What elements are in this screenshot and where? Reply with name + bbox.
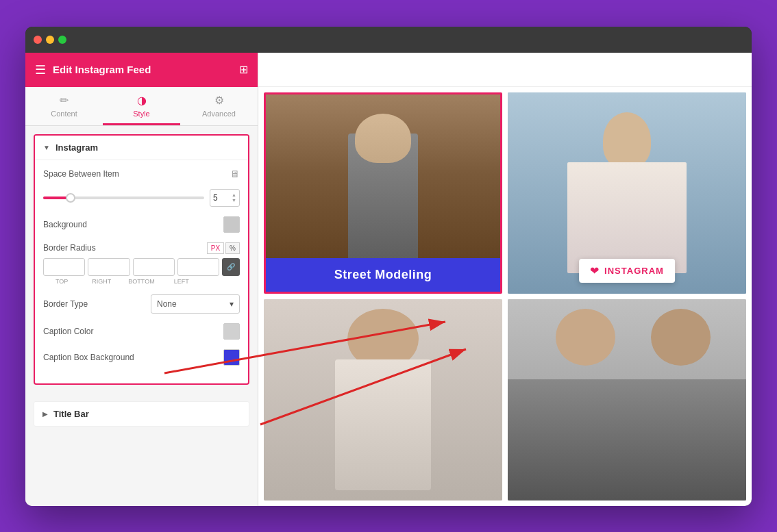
space-between-row: Space Between Item 🖥 — [43, 168, 240, 179]
slider-track[interactable] — [43, 197, 204, 199]
style-icon: ◑ — [137, 94, 147, 107]
content-icon: ✏ — [60, 94, 69, 107]
caption-text: Street Modeling — [334, 268, 432, 281]
border-type-select[interactable]: None ▾ — [151, 294, 240, 314]
background-color-swatch[interactable] — [223, 216, 240, 233]
border-radius-section: Border Radius PX % — [43, 242, 240, 285]
title-bar-section: ▶ Title Bar — [25, 393, 258, 435]
instagram-section-body: Space Between Item 🖥 5 — [35, 160, 248, 383]
link-icon: 🔗 — [227, 263, 235, 270]
slider-row: 5 ▲ ▼ — [43, 189, 240, 207]
left-label: LEFT — [163, 278, 200, 285]
traffic-lights — [34, 36, 66, 44]
spinner-up[interactable]: ▲ — [232, 192, 236, 197]
border-top-input[interactable] — [43, 258, 85, 276]
main-toolbar — [258, 53, 752, 87]
border-right-input[interactable] — [88, 258, 130, 276]
tab-style-label: Style — [133, 110, 149, 118]
border-type-value: None — [157, 299, 177, 309]
slider-fill — [43, 197, 67, 199]
border-inputs: 🔗 — [43, 258, 240, 276]
px-button[interactable]: PX — [207, 242, 224, 254]
photo-cell-4 — [508, 299, 746, 501]
instagram-label: INSTAGRAM — [604, 266, 664, 276]
border-type-label: Border Type — [43, 299, 151, 309]
sidebar-title: Edit Instagram Feed — [53, 64, 232, 75]
percent-button[interactable]: % — [225, 242, 240, 254]
maximize-button[interactable] — [58, 36, 66, 44]
caption-color-swatch[interactable] — [223, 323, 240, 340]
spinner-down[interactable]: ▼ — [232, 198, 236, 203]
title-bar-item[interactable]: ▶ Title Bar — [34, 401, 249, 427]
space-value-input[interactable]: 5 ▲ ▼ — [210, 189, 240, 207]
app-window: ☰ Edit Instagram Feed ⊞ ✏ Content ◑ Styl… — [25, 27, 752, 506]
photo-grid: Street Modeling ❤ INSTAGRAM — [258, 87, 752, 506]
sidebar-header: ☰ Edit Instagram Feed ⊞ — [25, 53, 258, 87]
sidebar: ☰ Edit Instagram Feed ⊞ ✏ Content ◑ Styl… — [25, 53, 258, 506]
chevron-right-icon: ▶ — [42, 410, 48, 418]
chevron-down-icon: ▼ — [43, 144, 50, 151]
tab-content-label: Content — [51, 110, 77, 118]
photo-cell-3 — [264, 299, 502, 501]
space-between-label: Space Between Item — [43, 169, 230, 179]
caption-overlay: Street Modeling — [266, 258, 500, 292]
caption-color-row: Caption Color — [43, 323, 240, 340]
close-button[interactable] — [34, 36, 42, 44]
border-radius-header: Border Radius PX % — [43, 242, 240, 254]
border-left-input[interactable] — [177, 258, 219, 276]
instagram-section-header[interactable]: ▼ Instagram — [35, 136, 248, 160]
caption-color-label: Caption Color — [43, 327, 223, 336]
caption-box-bg-label: Caption Box Background — [43, 353, 223, 362]
instagram-section: ▼ Instagram Space Between Item 🖥 — [34, 134, 249, 385]
photo-cell-1: Street Modeling — [264, 92, 502, 294]
border-type-row: Border Type None ▾ — [43, 294, 240, 314]
px-toggle: PX % — [207, 242, 240, 254]
photo-cell-2: ❤ INSTAGRAM — [508, 92, 746, 294]
spinner-arrows: ▲ ▼ — [232, 192, 236, 203]
minimize-button[interactable] — [46, 36, 54, 44]
slider-thumb[interactable] — [66, 193, 75, 203]
window-body: ☰ Edit Instagram Feed ⊞ ✏ Content ◑ Styl… — [25, 53, 752, 506]
tab-content[interactable]: ✏ Content — [25, 87, 103, 125]
monitor-icon[interactable]: 🖥 — [230, 168, 240, 179]
caption-box-bg-swatch[interactable] — [223, 349, 240, 366]
sidebar-content: ▼ Instagram Space Between Item 🖥 — [25, 126, 258, 506]
tab-advanced-label: Advanced — [202, 110, 236, 118]
grid-icon[interactable]: ⊞ — [239, 63, 248, 76]
bottom-label: BOTTOM — [123, 278, 160, 285]
right-label: RIGHT — [83, 278, 120, 285]
border-radius-label: Border Radius — [43, 243, 96, 253]
title-bar-title: Title Bar — [53, 409, 89, 419]
border-bottom-input[interactable] — [133, 258, 175, 276]
background-label: Background — [43, 220, 223, 229]
border-labels: TOP RIGHT BOTTOM LEFT — [43, 278, 240, 285]
caption-box-bg-row: Caption Box Background — [43, 349, 240, 366]
instagram-badge: ❤ INSTAGRAM — [579, 259, 675, 283]
tab-style[interactable]: ◑ Style — [103, 87, 180, 125]
link-label — [203, 278, 240, 285]
sidebar-tabs: ✏ Content ◑ Style ⚙ Advanced — [25, 87, 258, 126]
instagram-icon: ❤ — [590, 264, 599, 277]
advanced-icon: ⚙ — [214, 94, 224, 107]
main-content: Street Modeling ❤ INSTAGRAM — [258, 53, 752, 506]
link-button[interactable]: 🔗 — [222, 258, 240, 276]
instagram-section-title: Instagram — [56, 142, 98, 153]
hamburger-icon[interactable]: ☰ — [35, 62, 46, 77]
background-row: Background — [43, 216, 240, 233]
titlebar — [25, 27, 752, 53]
top-label: TOP — [43, 278, 80, 285]
chevron-down-icon: ▾ — [230, 299, 234, 309]
tab-advanced[interactable]: ⚙ Advanced — [180, 87, 258, 125]
space-value: 5 — [213, 193, 218, 203]
